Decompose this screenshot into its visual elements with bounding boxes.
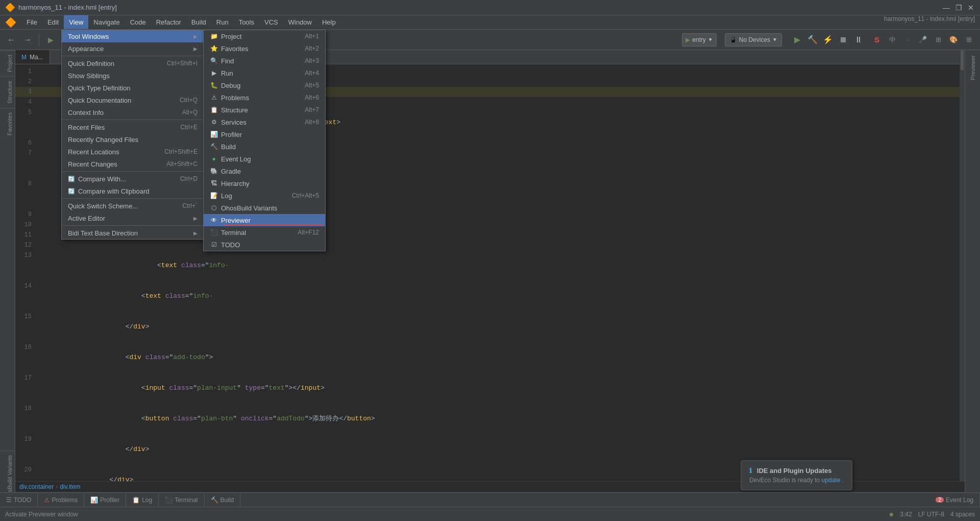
menu-run[interactable]: Run (211, 15, 234, 29)
menu-navigate[interactable]: Navigate (88, 15, 125, 29)
view-menu-compare-clipboard[interactable]: 🔄 Compare with Clipboard (62, 185, 204, 197)
tw-debug[interactable]: 🐛 Debug Alt+5 (204, 79, 325, 91)
bottom-tab-event-log[interactable]: 2 Event Log (929, 493, 980, 507)
bottom-tab-log[interactable]: 📋 Log (126, 493, 159, 507)
tw-terminal[interactable]: ⬛ Terminal Alt+F12 (204, 226, 325, 239)
punctuation-icon[interactable]: · (900, 33, 915, 47)
notification-update-link[interactable]: update (822, 477, 841, 484)
view-menu-recent-changes[interactable]: Recent Changes Alt+Shift+C (62, 158, 204, 170)
menu-code[interactable]: Code (125, 15, 151, 29)
view-menu-tool-windows[interactable]: Tool Windows ▶ (62, 30, 204, 42)
bottom-tab-build[interactable]: 🔨 Build (205, 493, 241, 507)
left-panel: Project Structure Favorites OhosBuild Va… (0, 50, 15, 507)
previewer-underline (224, 224, 323, 225)
breadcrumb-item-2[interactable]: div.item (60, 483, 80, 490)
view-menu-appearance[interactable]: Appearance ▶ (62, 42, 204, 55)
menu-help[interactable]: Help (317, 15, 341, 29)
maximize-button[interactable]: ❐ (954, 4, 963, 12)
toolbar-run-button[interactable]: ▶ (43, 33, 58, 47)
tw-project[interactable]: 📁 Project Alt+1 (204, 30, 325, 42)
palette-icon[interactable]: 🎨 (946, 33, 961, 47)
menu-view[interactable]: View (64, 15, 88, 29)
grid-icon[interactable]: ⊞ (931, 33, 945, 47)
menu-file[interactable]: File (21, 15, 42, 29)
bottom-tab-problems[interactable]: ⚠ Problems (38, 493, 84, 507)
status-indent[interactable]: 4 spaces (950, 511, 975, 518)
tw-gradle[interactable]: 🐘 Gradle (204, 165, 325, 177)
tw-run[interactable]: ▶ Run Alt+4 (204, 67, 325, 79)
previewer-side-tab[interactable]: Previewer (969, 52, 977, 83)
close-button[interactable]: ✕ (967, 4, 975, 12)
bottom-tab-terminal[interactable]: ⬛ Terminal (159, 493, 204, 507)
structure-tab[interactable]: Structure (0, 76, 15, 108)
log-icon: 📝 (210, 192, 218, 200)
view-menu-quick-documentation[interactable]: Quick Documentation Ctrl+Q (62, 94, 204, 106)
toolbar-pause-right[interactable]: ⏸ (851, 33, 866, 47)
menu-window[interactable]: Window (283, 15, 317, 29)
tw-todo[interactable]: ☑ TODO (204, 239, 325, 251)
menu-app-icon[interactable]: 🔶 (0, 15, 21, 29)
tw-log[interactable]: 📝 Log Ctrl+Alt+5 (204, 190, 325, 202)
bottom-tab-todo[interactable]: ☰ TODO (0, 493, 38, 507)
services-icon: ⚙ (210, 118, 218, 126)
toolbar-stop-right[interactable]: ⏹ (836, 33, 850, 47)
tw-problems[interactable]: ⚠ Problems Alt+6 (204, 91, 325, 104)
menu-edit[interactable]: Edit (42, 15, 64, 29)
menu-tools[interactable]: Tools (234, 15, 259, 29)
breadcrumb-separator: › (56, 483, 58, 490)
toolbar-back-button[interactable]: ← (4, 33, 18, 47)
tw-event-log[interactable]: ● Event Log (204, 153, 325, 165)
toolbar-hvigor-right[interactable]: ⚡ (821, 33, 835, 47)
entry-selector[interactable]: ▶ entry ▼ (682, 33, 717, 46)
sep-1 (62, 56, 204, 56)
view-menu-recent-locations[interactable]: Recent Locations Ctrl+Shift+E (62, 146, 204, 158)
no-devices-button[interactable]: 📱 No Devices ▼ (725, 33, 782, 46)
view-menu-bidi[interactable]: Bidi Text Base Direction ▶ (62, 227, 204, 239)
tw-services[interactable]: ⚙ Services Alt+8 (204, 116, 325, 128)
tw-ohosbuild[interactable]: ⬡ OhosBuild Variants (204, 202, 325, 214)
tw-profiler[interactable]: 📊 Profiler (204, 128, 325, 140)
favorites-tab[interactable]: Favorites (0, 108, 15, 139)
editor-scrollbar[interactable]: ✓ (960, 50, 965, 507)
menu-build[interactable]: Build (186, 15, 211, 29)
view-menu-quick-switch[interactable]: Quick Switch Scheme... Ctrl+` (62, 200, 204, 212)
view-menu-compare-with[interactable]: 🔄 Compare With... Ctrl+D (62, 173, 204, 185)
tw-favorites[interactable]: ⭐ Favorites Alt+2 (204, 42, 325, 55)
view-menu-show-siblings[interactable]: Show Siblings (62, 69, 204, 82)
no-devices-dropdown-icon: ▼ (772, 37, 777, 42)
minimize-button[interactable]: — (942, 4, 950, 12)
view-menu-recently-changed[interactable]: Recently Changed Files (62, 133, 204, 146)
menu-vcs[interactable]: VCS (259, 15, 283, 29)
sougou-icon[interactable]: S (870, 33, 884, 47)
tw-structure[interactable]: 📋 Structure Alt+7 (204, 104, 325, 116)
phone-icon: 📱 (729, 36, 737, 43)
editor-tab-main[interactable]: M Ma... (15, 50, 50, 64)
breadcrumb-item-1[interactable]: div.container (19, 483, 54, 490)
mic-icon[interactable]: 🎤 (916, 33, 930, 47)
hierarchy-icon: 🏗 (210, 179, 218, 187)
status-bar-right: ● 3:42 LF UTF-8 4 spaces (889, 510, 975, 519)
chinese-input-icon[interactable]: 中 (885, 33, 899, 47)
bottom-tab-profiler[interactable]: 📊 Profiler (84, 493, 126, 507)
toolbar-build-right[interactable]: 🔨 (805, 33, 820, 47)
view-menu-context-info[interactable]: Context Info Alt+Q (62, 106, 204, 119)
tw-find[interactable]: 🔍 Find Alt+3 (204, 55, 325, 67)
toolbar-forward-button[interactable]: → (20, 33, 35, 47)
menu-refactor[interactable]: Refactor (151, 15, 186, 29)
apps-icon[interactable]: ⊞ (962, 33, 976, 47)
view-menu-quick-type-definition[interactable]: Quick Type Definition (62, 82, 204, 94)
tw-hierarchy[interactable]: 🏗 Hierarchy (204, 177, 325, 190)
status-time[interactable]: 3:42 (900, 511, 912, 518)
view-menu-active-editor[interactable]: Active Editor ▶ (62, 212, 204, 224)
status-encoding[interactable]: LF UTF-8 (918, 511, 944, 518)
view-menu-dropdown: Tool Windows ▶ Appearance ▶ Quick Defini… (61, 30, 204, 240)
gradle-icon: 🐘 (210, 167, 218, 175)
tw-build[interactable]: 🔨 Build (204, 140, 325, 153)
view-menu-recent-files[interactable]: Recent Files Ctrl+E (62, 121, 204, 133)
toolbar-run-right[interactable]: ▶ (790, 33, 804, 47)
view-menu-quick-definition[interactable]: Quick Definition Ctrl+Shift+I (62, 57, 204, 69)
app-logo-icon: 🔶 (5, 3, 15, 12)
project-tab[interactable]: Project (0, 50, 15, 76)
tw-previewer[interactable]: 👁 Previewer (204, 214, 325, 226)
status-bar: Activate Previewer window ● 3:42 LF UTF-… (0, 507, 980, 521)
